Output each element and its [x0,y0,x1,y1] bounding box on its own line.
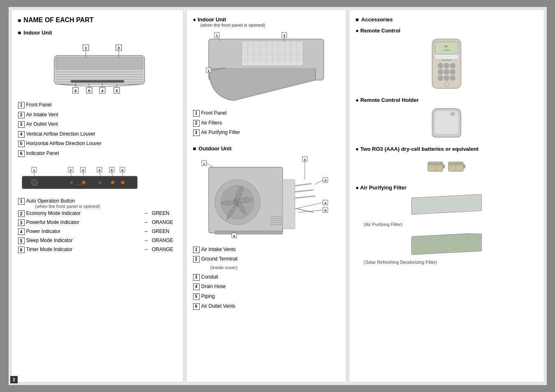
list-item: 4 Drain Hose [193,282,339,291]
svg-line-44 [83,172,84,176]
svg-text:AUTO: AUTO [444,49,449,51]
page: NAME OF EACH PART Indoor Unit [9,7,547,385]
svg-line-53 [122,172,123,176]
svg-text:1: 1 [33,168,35,172]
list-item: 1 Front Panel [18,101,177,110]
list-item: 2 Economy Mode Indicator – GREEN [18,210,177,217]
left-panel: NAME OF EACH PART Indoor Unit [11,9,184,383]
svg-line-101 [207,163,213,167]
list-item: 3 Powerful Mode Indicator – ORANGE [18,219,177,226]
svg-text:Panasonic: Panasonic [74,183,84,186]
svg-line-41 [71,172,71,176]
svg-text:1: 1 [203,162,205,166]
list-item: 6 Air Outlet Vents [193,302,339,311]
svg-line-110 [297,203,323,208]
indoor-open-svg: 1 3 2 [200,31,332,105]
svg-text:2: 2 [117,46,120,50]
svg-text:3: 3 [115,89,117,93]
svg-point-29 [32,180,37,184]
svg-text:3: 3 [324,179,326,182]
svg-point-33 [111,181,114,184]
middle-panel: Indoor Unit (when the front panel is ope… [186,9,346,383]
svg-text:2: 2 [69,168,71,172]
list-item: 3 Conduit [193,273,339,282]
outdoor-unit-section: Outdoor Unit [193,145,339,311]
accessory-label: Remote Control [356,28,537,34]
list-item: 4 Power Indicator – GREEN [18,228,177,235]
svg-point-125 [438,69,443,74]
list-item: 1 Air Intake Vents [193,245,339,254]
svg-line-91 [295,196,315,198]
list-item: 1 Front Panel [193,109,339,118]
svg-rect-7 [71,80,124,83]
indoor-unit-diagram: 1 2 6 5 4 3 [38,39,157,97]
indoor-open-diagram: 1 3 2 [200,31,332,105]
svg-point-130 [450,76,455,81]
svg-point-126 [444,69,449,74]
svg-rect-136 [442,165,444,168]
list-item: 2 Air Intake Vent [18,111,177,120]
svg-rect-119 [435,42,458,54]
outdoor-parts-list: 1 Air Intake Vents 2 Ground Terminal (In… [193,245,339,311]
air-filter-img [410,194,484,219]
svg-text:6: 6 [233,234,235,238]
svg-text:5: 5 [324,209,326,212]
svg-line-47 [99,172,100,176]
outdoor-unit-heading: Outdoor Unit [193,145,339,152]
air-filter-note: (Air Purifying Filter) [364,222,537,227]
accessory-label: Two RO3 (AAA) dry-cell batteries or equi… [356,146,537,152]
list-item: 6 Timer Mode Indicator – ORANGE [18,247,177,253]
indicator-table: 1 Auto Operation Button (when the front … [18,198,177,254]
svg-text:6: 6 [74,89,76,93]
svg-point-127 [450,69,455,74]
list-item: 6 Indicator Panel [18,149,177,158]
list-item: 4 Vertical Airflow Direction Louver [18,130,177,139]
svg-line-90 [295,190,313,192]
svg-text:1: 1 [216,34,218,37]
remote-control-img: 88° AUTO Panasonic [422,37,471,90]
list-item: 2 Air Filters [193,119,339,128]
indoor-unit-svg: 1 2 6 5 4 3 [38,39,157,97]
svg-rect-1 [56,57,143,69]
svg-text:2: 2 [304,158,306,161]
svg-point-30 [70,181,73,184]
svg-point-34 [121,181,124,184]
svg-text:3: 3 [283,34,285,37]
svg-rect-98 [215,231,283,234]
indoor-open-section: Indoor Unit (when the front panel is ope… [193,16,339,137]
list-item: 5 Sleep Mode Indicator – ORANGE [18,238,177,244]
indoor-parts-list: 1 Front Panel 2 Air Intake Vent 3 Air Ou… [18,101,177,158]
list-item: 3 Air Purifying Filter [193,128,339,137]
svg-rect-88 [283,180,295,229]
solar-filter-img [410,233,484,258]
accessories-heading: Accessories [356,16,537,23]
accessory-solar-filter: (Solar Refreshing Deodorizing Filter) [356,233,537,265]
list-item: 2 Ground Terminal (Inside cover) [193,255,339,272]
accessory-batteries: Two RO3 (AAA) dry-cell batteries or equi… [356,146,537,178]
list-item: 1 Auto Operation Button (when the front … [18,198,177,209]
indicator-panel-svg: Panasonic 1 2 3 4 5 6 [18,164,141,195]
svg-point-128 [438,76,443,81]
svg-line-107 [315,180,323,184]
svg-text:6: 6 [121,168,123,172]
svg-text:4: 4 [101,89,103,93]
indicator-panel-diagram: Panasonic 1 2 3 4 5 6 [18,164,141,195]
svg-text:4: 4 [324,201,326,205]
svg-text:4: 4 [98,168,100,172]
svg-point-133 [451,112,455,116]
svg-text:Panasonic: Panasonic [442,59,451,61]
svg-text:88°: 88° [444,45,449,48]
list-item: 3 Air Outlet Vent [18,120,177,129]
svg-point-129 [444,76,449,81]
batteries-img [426,155,467,178]
svg-line-38 [34,172,35,176]
outdoor-unit-diagram: 1 2 3 4 5 [200,155,332,241]
accessory-label: Remote Control Holder [356,97,537,103]
right-panel: Accessories Remote Control 88° AUTO [349,9,544,383]
solar-filter-note: (Solar Refreshing Deodorizing Filter) [364,260,537,265]
list-item: 5 Piping [193,292,339,301]
svg-point-131 [444,82,449,87]
svg-text:1: 1 [85,46,87,50]
svg-point-122 [438,63,443,68]
svg-text:5: 5 [111,168,113,172]
